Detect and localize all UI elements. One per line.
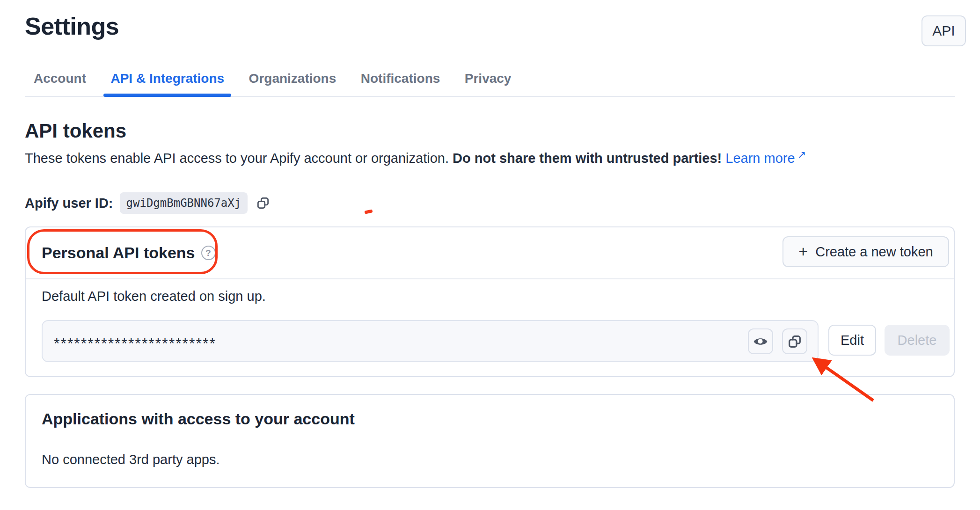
edit-token-button[interactable]: Edit [828,325,876,356]
create-new-token-label: Create a new token [815,244,933,260]
tab-account[interactable]: Account [27,66,93,96]
page-title: Settings [25,12,119,40]
copy-token-button[interactable] [782,328,807,354]
user-id-value: gwiDgmBmGBNN67aXj [120,192,248,214]
api-button[interactable]: API [921,15,966,46]
settings-page: Settings API Account API & Integrations … [0,0,980,510]
learn-more-link[interactable]: Learn more [725,151,795,166]
description-warning: Do not share them with untrusted parties… [453,151,722,166]
create-new-token-button[interactable]: + Create a new token [783,236,949,267]
copy-icon [256,196,270,210]
help-icon[interactable]: ? [201,246,216,260]
copy-user-id-button[interactable] [255,195,271,211]
tab-privacy[interactable]: Privacy [458,66,519,96]
token-masked-field[interactable]: ************************ [42,320,819,362]
settings-tabs: Account API & Integrations Organizations… [25,66,955,97]
applications-card-title: Applications with access to your account [42,410,355,428]
tokens-card-header: Personal API tokens ? + Create a new tok… [26,227,954,279]
eye-icon [753,334,768,350]
description-text: These tokens enable API access to your A… [25,151,449,166]
applications-card: Applications with access to your account… [25,394,955,488]
user-id-row: Apify user ID: gwiDgmBmGBNN67aXj [25,192,271,214]
default-token-note: Default API token created on sign up. [42,289,266,304]
copy-icon [787,334,802,349]
token-masked-value: ************************ [54,323,216,364]
personal-api-tokens-card: Personal API tokens ? + Create a new tok… [25,226,955,377]
api-tokens-description: These tokens enable API access to your A… [25,149,806,169]
tab-notifications[interactable]: Notifications [354,66,447,96]
external-link-icon: ↗ [797,149,806,160]
tokens-card-title: Personal API tokens [42,244,195,262]
show-token-button[interactable] [748,328,773,354]
applications-empty-message: No connected 3rd party apps. [42,452,219,467]
api-tokens-heading: API tokens [25,120,126,142]
user-id-label: Apify user ID: [25,196,113,211]
tab-organizations[interactable]: Organizations [242,66,344,96]
tab-api-integrations[interactable]: API & Integrations [103,66,231,96]
plus-icon: + [798,242,808,261]
delete-token-button: Delete [885,325,950,356]
annotation-dash [364,209,373,214]
